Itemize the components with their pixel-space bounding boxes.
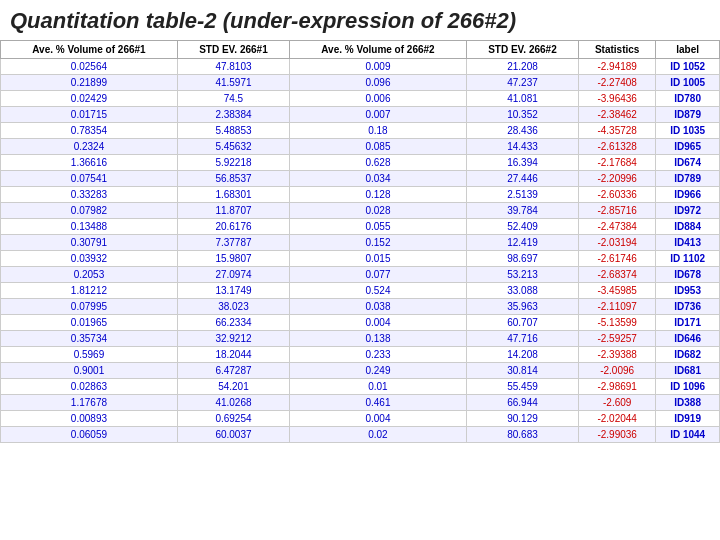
statistics-cell: -4.35728 — [579, 123, 656, 139]
statistics-cell: -3.45985 — [579, 283, 656, 299]
data-cell: 60.0037 — [177, 427, 289, 443]
data-cell: 14.208 — [466, 347, 578, 363]
table-row: 0.307917.377870.15212.419-2.03194ID413 — [1, 235, 720, 251]
label-cell: ID678 — [656, 267, 720, 283]
data-cell: 47.8103 — [177, 59, 289, 75]
data-cell: 10.352 — [466, 107, 578, 123]
data-cell: 7.37787 — [177, 235, 289, 251]
data-cell: 12.419 — [466, 235, 578, 251]
column-header: Ave. % Volume of 266#1 — [1, 41, 178, 59]
data-cell: 13.1749 — [177, 283, 289, 299]
column-header: STD EV. 266#2 — [466, 41, 578, 59]
table-row: 0.596918.20440.23314.208-2.39388ID682 — [1, 347, 720, 363]
data-cell: 0.33283 — [1, 187, 178, 203]
data-cell: 0.78354 — [1, 123, 178, 139]
data-cell: 0.628 — [290, 155, 467, 171]
data-cell: 0.21899 — [1, 75, 178, 91]
data-cell: 16.394 — [466, 155, 578, 171]
label-cell: ID 1005 — [656, 75, 720, 91]
label-cell: ID171 — [656, 315, 720, 331]
label-cell: ID 1096 — [656, 379, 720, 395]
column-header: STD EV. 266#1 — [177, 41, 289, 59]
data-cell: 11.8707 — [177, 203, 289, 219]
data-cell: 0.085 — [290, 139, 467, 155]
table-row: 0.205327.09740.07753.213-2.68374ID678 — [1, 267, 720, 283]
label-cell: ID681 — [656, 363, 720, 379]
data-cell: 2.5139 — [466, 187, 578, 203]
label-cell: ID919 — [656, 411, 720, 427]
column-header: Ave. % Volume of 266#2 — [290, 41, 467, 59]
data-cell: 0.152 — [290, 235, 467, 251]
data-cell: 47.237 — [466, 75, 578, 91]
data-cell: 0.18 — [290, 123, 467, 139]
label-cell: ID388 — [656, 395, 720, 411]
statistics-cell: -2.98691 — [579, 379, 656, 395]
table-row: 0.0799538.0230.03835.963-2.11097ID736 — [1, 299, 720, 315]
table-row: 1.8121213.17490.52433.088-3.45985ID953 — [1, 283, 720, 299]
column-header: label — [656, 41, 720, 59]
statistics-cell: -2.11097 — [579, 299, 656, 315]
data-cell: 56.8537 — [177, 171, 289, 187]
data-cell: 2.38384 — [177, 107, 289, 123]
data-cell: 0.00893 — [1, 411, 178, 427]
data-cell: 5.48853 — [177, 123, 289, 139]
table-row: 0.23245.456320.08514.433-2.61328ID965 — [1, 139, 720, 155]
statistics-cell: -2.609 — [579, 395, 656, 411]
data-cell: 0.461 — [290, 395, 467, 411]
data-cell: 6.47287 — [177, 363, 289, 379]
data-cell: 41.081 — [466, 91, 578, 107]
data-cell: 0.07541 — [1, 171, 178, 187]
table-row: 0.008930.692540.00490.129-2.02044ID919 — [1, 411, 720, 427]
data-cell: 0.034 — [290, 171, 467, 187]
table-row: 0.0605960.00370.0280.683-2.99036ID 1044 — [1, 427, 720, 443]
data-cell: 18.2044 — [177, 347, 289, 363]
statistics-cell: -2.61746 — [579, 251, 656, 267]
statistics-cell: -2.94189 — [579, 59, 656, 75]
data-cell: 74.5 — [177, 91, 289, 107]
data-cell: 0.2324 — [1, 139, 178, 155]
label-cell: ID413 — [656, 235, 720, 251]
statistics-cell: -2.68374 — [579, 267, 656, 283]
table-row: 0.0256447.81030.00921.208-2.94189ID 1052 — [1, 59, 720, 75]
data-cell: 0.096 — [290, 75, 467, 91]
data-cell: 0.015 — [290, 251, 467, 267]
page-title: Quantitation table-2 (under-expression o… — [0, 0, 720, 40]
table-row: 0.2189941.59710.09647.237-2.27408ID 1005 — [1, 75, 720, 91]
table-row: 1.1767841.02680.46166.944-2.609ID388 — [1, 395, 720, 411]
label-cell: ID780 — [656, 91, 720, 107]
data-cell: 80.683 — [466, 427, 578, 443]
data-cell: 54.201 — [177, 379, 289, 395]
table-row: 0.332831.683010.1282.5139-2.60336ID966 — [1, 187, 720, 203]
data-cell: 21.208 — [466, 59, 578, 75]
statistics-cell: -2.85716 — [579, 203, 656, 219]
data-cell: 0.007 — [290, 107, 467, 123]
data-cell: 0.004 — [290, 315, 467, 331]
statistics-cell: -2.99036 — [579, 427, 656, 443]
statistics-cell: -2.03194 — [579, 235, 656, 251]
data-cell: 1.68301 — [177, 187, 289, 203]
table-row: 0.017152.383840.00710.352-2.38462ID879 — [1, 107, 720, 123]
data-cell: 0.02863 — [1, 379, 178, 395]
table-row: 0.0242974.50.00641.081-3.96436ID780 — [1, 91, 720, 107]
table-row: 0.783545.488530.1828.436-4.35728ID 1035 — [1, 123, 720, 139]
data-cell: 15.9807 — [177, 251, 289, 267]
label-cell: ID972 — [656, 203, 720, 219]
label-cell: ID879 — [656, 107, 720, 123]
data-cell: 0.028 — [290, 203, 467, 219]
data-cell: 0.2053 — [1, 267, 178, 283]
statistics-cell: -2.61328 — [579, 139, 656, 155]
table-row: 0.0754156.85370.03427.446-2.20996ID789 — [1, 171, 720, 187]
statistics-cell: -2.59257 — [579, 331, 656, 347]
label-cell: ID884 — [656, 219, 720, 235]
data-cell: 66.944 — [466, 395, 578, 411]
data-cell: 0.02564 — [1, 59, 178, 75]
statistics-cell: -5.13599 — [579, 315, 656, 331]
data-cell: 35.963 — [466, 299, 578, 315]
label-cell: ID 1102 — [656, 251, 720, 267]
data-cell: 5.92218 — [177, 155, 289, 171]
data-cell: 28.436 — [466, 123, 578, 139]
data-cell: 53.213 — [466, 267, 578, 283]
label-cell: ID965 — [656, 139, 720, 155]
statistics-cell: -2.0096 — [579, 363, 656, 379]
data-cell: 5.45632 — [177, 139, 289, 155]
